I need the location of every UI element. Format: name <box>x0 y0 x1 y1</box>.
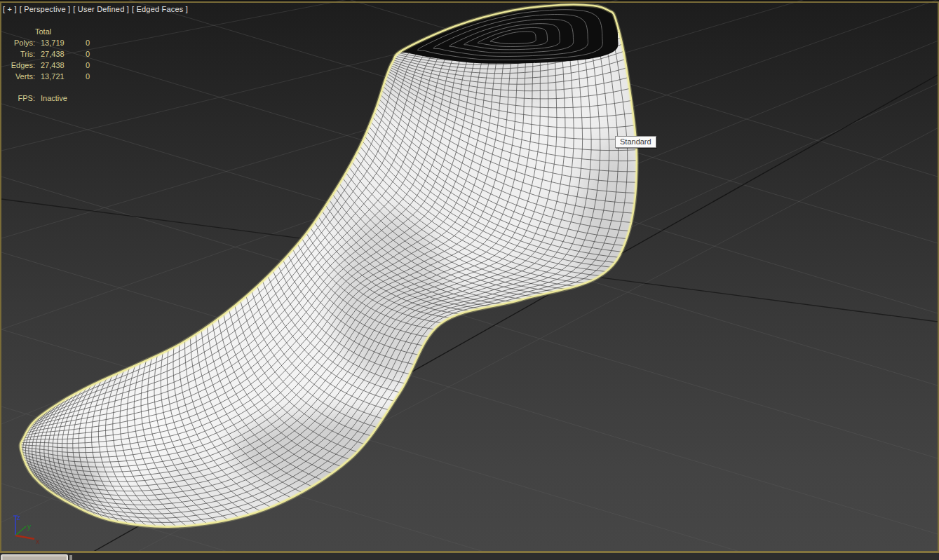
stats-selected-value: 0 <box>86 48 107 60</box>
axis-z-label: z <box>17 514 20 521</box>
stats-row-verts: Verts: 13,721 0 <box>7 71 107 82</box>
stats-total-value: 27,438 <box>41 48 86 60</box>
track-bar-strip <box>0 553 939 560</box>
viewport-label: [ + ][ Perspective ][ User Defined ][ Ed… <box>3 5 191 13</box>
statistics-overlay: Total Polys: 13,719 0 Tris: 27,438 0 Edg… <box>7 26 107 104</box>
axis-x-label: x <box>36 538 39 545</box>
stats-row-tris: Tris: 27,438 0 <box>7 48 107 60</box>
stats-row-fps: FPS: Inactive <box>7 93 107 104</box>
viewport-menu-shading[interactable]: [ Edged Faces ] <box>132 5 188 13</box>
time-slider-inner <box>3 556 66 560</box>
stats-row-polys: Polys: 13,719 0 <box>7 37 107 48</box>
time-slider-track[interactable] <box>1 554 68 560</box>
stats-selected-value: 0 <box>86 71 107 82</box>
viewport-border-top <box>0 1 939 3</box>
stats-selected-value: 0 <box>86 60 107 71</box>
viewport-menu-lighting[interactable]: [ User Defined ] <box>73 5 129 13</box>
3d-viewport-window: zyx [ + ][ Perspective ][ User Defined ]… <box>0 0 939 560</box>
axis-y-label: y <box>27 523 31 531</box>
fps-value: Inactive <box>41 93 86 104</box>
viewport-menu-pov[interactable]: [ Perspective ] <box>20 5 71 13</box>
stats-label: Tris: <box>7 48 35 60</box>
time-slider-nub[interactable] <box>69 555 72 560</box>
material-tooltip: Standard <box>615 136 656 148</box>
stats-label: Verts: <box>7 71 35 82</box>
perspective-viewport-canvas[interactable]: zyx <box>0 0 939 560</box>
stats-total-value: 13,719 <box>41 37 86 48</box>
viewport-menu-general[interactable]: [ + ] <box>3 5 17 13</box>
stats-total-value: 27,438 <box>41 60 86 71</box>
fps-label: FPS: <box>7 93 35 104</box>
stats-label: Edges: <box>7 60 35 71</box>
stats-total-value: 13,721 <box>41 71 86 82</box>
stats-selected-value: 0 <box>86 37 107 48</box>
stats-header-total: Total <box>35 26 107 37</box>
stats-row-edges: Edges: 27,438 0 <box>7 60 107 71</box>
stats-label: Polys: <box>7 37 35 48</box>
viewport-border-left <box>0 1 1 553</box>
